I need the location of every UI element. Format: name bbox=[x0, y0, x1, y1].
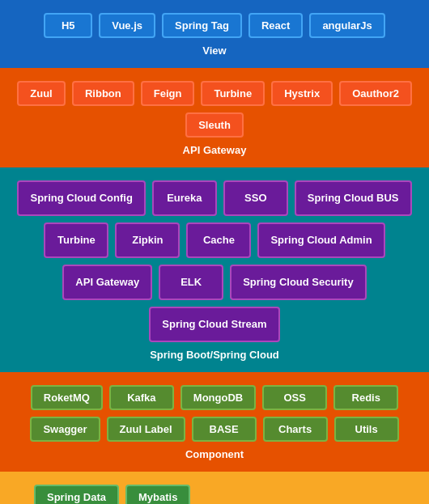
chip-redis[interactable]: Redis bbox=[333, 385, 398, 410]
chip-cache[interactable]: Cache bbox=[186, 222, 251, 258]
chip-elk[interactable]: ELK bbox=[159, 265, 223, 300]
chip-roketmq[interactable]: RoketMQ bbox=[31, 385, 103, 410]
dao-chips: Spring Data Mybatis bbox=[10, 480, 419, 504]
chip-mongodb[interactable]: MongoDB bbox=[181, 385, 256, 410]
chip-base[interactable]: BASE bbox=[192, 417, 257, 442]
chip-h5[interactable]: H5 bbox=[44, 13, 92, 38]
api-label: API Gateway bbox=[10, 144, 419, 156]
spring-label: Spring Boot/Spring Cloud bbox=[10, 349, 419, 361]
chip-spring-cloud-bus[interactable]: Spring Cloud BUS bbox=[295, 180, 412, 216]
chip-turbine[interactable]: Turbine bbox=[201, 81, 265, 106]
chip-spring-tag[interactable]: Spring Tag bbox=[162, 13, 242, 38]
chip-angularjs[interactable]: angularJs bbox=[309, 13, 384, 38]
view-label: View bbox=[10, 44, 419, 57]
chip-api-gateway[interactable]: API Gateway bbox=[62, 265, 152, 300]
chip-spring-cloud-config[interactable]: Spring Cloud Config bbox=[17, 180, 145, 216]
chip-utils[interactable]: Utils bbox=[334, 417, 399, 442]
chip-sleuth[interactable]: Sleuth bbox=[185, 112, 244, 138]
chip-swagger[interactable]: Swagger bbox=[30, 417, 100, 442]
chip-oauthor2[interactable]: Oauthor2 bbox=[339, 81, 412, 106]
chip-spring-data[interactable]: Spring Data bbox=[34, 485, 119, 504]
component-label: Component bbox=[10, 448, 419, 460]
component-chips: RoketMQ Kafka MongoDB OSS Redis Swagger … bbox=[10, 380, 419, 443]
dao-section: Spring Data Mybatis OSS API DTO DAO bbox=[0, 472, 429, 504]
chip-zuul-label[interactable]: Zuul Label bbox=[107, 417, 185, 442]
chip-zuul[interactable]: Zuul bbox=[17, 81, 66, 106]
chip-spring-cloud-stream[interactable]: Spring Cloud Stream bbox=[149, 307, 279, 342]
chip-vuejs[interactable]: Vue.js bbox=[99, 13, 155, 38]
chip-ribbon[interactable]: Ribbon bbox=[72, 81, 134, 106]
chip-spring-cloud-admin[interactable]: Spring Cloud Admin bbox=[257, 222, 384, 258]
chip-zipkin[interactable]: Zipkin bbox=[115, 222, 180, 258]
chip-charts[interactable]: Charts bbox=[263, 417, 328, 442]
chip-react[interactable]: React bbox=[248, 13, 303, 38]
chip-sso[interactable]: SSO bbox=[223, 180, 288, 216]
view-section: H5 Vue.js Spring Tag React angularJs Vie… bbox=[0, 0, 429, 68]
chip-eureka[interactable]: Eureka bbox=[152, 180, 217, 216]
api-gateway-section: Zuul Ribbon Feign Turbine Hystrix Oautho… bbox=[0, 68, 429, 167]
chip-turbine2[interactable]: Turbine bbox=[44, 222, 108, 258]
spring-section: Spring Cloud Config Eureka SSO Spring Cl… bbox=[0, 167, 429, 372]
chip-hystrix[interactable]: Hystrix bbox=[271, 81, 333, 106]
spring-chips: Spring Cloud Config Eureka SSO Spring Cl… bbox=[10, 176, 419, 344]
component-section: RoketMQ Kafka MongoDB OSS Redis Swagger … bbox=[0, 372, 429, 472]
chip-oss[interactable]: OSS bbox=[262, 385, 327, 410]
chip-mybatis[interactable]: Mybatis bbox=[125, 485, 190, 504]
chip-feign[interactable]: Feign bbox=[141, 81, 195, 106]
chip-spring-cloud-security[interactable]: Spring Cloud Security bbox=[230, 265, 367, 300]
api-chips: Zuul Ribbon Feign Turbine Hystrix Oautho… bbox=[10, 76, 419, 139]
view-chips: H5 Vue.js Spring Tag React angularJs bbox=[10, 8, 419, 40]
chip-kafka[interactable]: Kafka bbox=[109, 385, 174, 410]
